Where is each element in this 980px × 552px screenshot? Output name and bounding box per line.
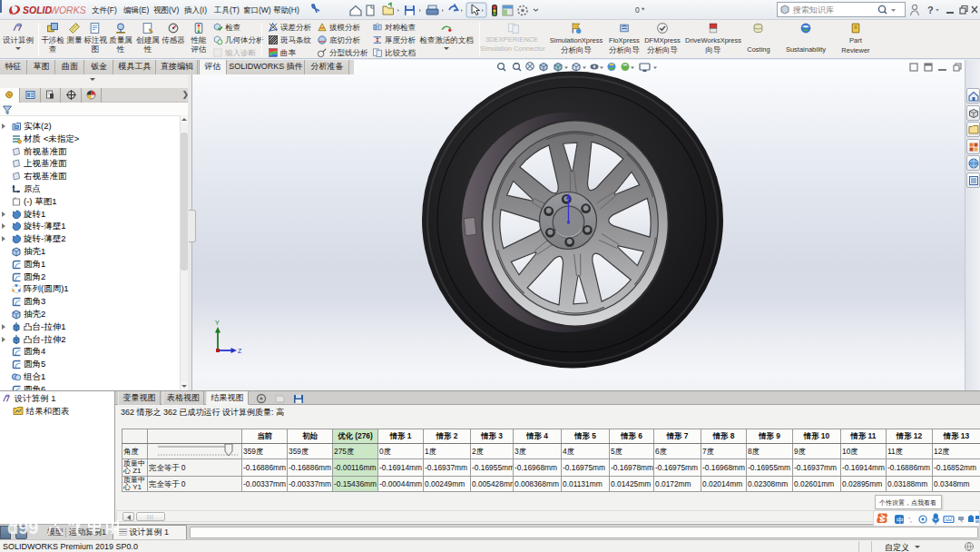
svg-text:SOLID: SOLID xyxy=(23,5,53,15)
svg-text:?: ? xyxy=(927,5,934,15)
svg-text:d99: d99 xyxy=(7,518,38,537)
svg-text:搜索知识库: 搜索知识库 xyxy=(792,5,834,15)
svg-text:WORKS: WORKS xyxy=(50,5,86,15)
svg-text:’,: ’, xyxy=(908,516,912,524)
svg-text:Y: Y xyxy=(215,320,220,326)
svg-text:Z: Z xyxy=(238,348,242,354)
svg-text:中: 中 xyxy=(897,517,904,525)
